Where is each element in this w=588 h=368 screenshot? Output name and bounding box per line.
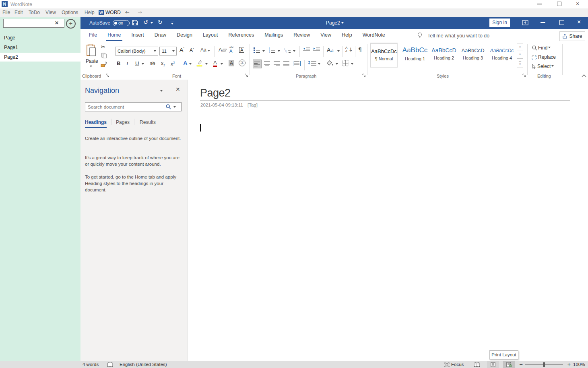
menu-options[interactable]: Options	[62, 10, 78, 15]
multilevel-list-icon[interactable]: 1ai	[284, 47, 291, 53]
tab-help[interactable]: Help	[336, 30, 357, 41]
show-hide-pilcrow-icon[interactable]: ¶	[358, 46, 362, 53]
customize-qat-icon[interactable]	[171, 21, 174, 21]
increase-indent-icon[interactable]	[313, 47, 320, 53]
font-color-icon[interactable]: A	[213, 60, 217, 67]
italic-button[interactable]: I	[126, 60, 128, 67]
menu-todo[interactable]: ToDo	[29, 10, 40, 15]
focus-button[interactable]: Focus	[451, 362, 464, 367]
paste-dropdown-icon[interactable]	[90, 66, 92, 68]
change-case-dropdown-icon[interactable]	[208, 50, 210, 53]
menu-help[interactable]: Help	[85, 10, 95, 15]
style-normal[interactable]: AaBbCcDc ¶ Normal	[371, 43, 397, 67]
tab-home[interactable]: Home	[102, 30, 126, 41]
line-spacing-icon[interactable]: ↕	[307, 60, 311, 66]
zoom-level[interactable]: 100%	[573, 362, 585, 367]
font-color-dropdown-icon[interactable]	[221, 63, 223, 66]
web-layout-button-active[interactable]	[503, 361, 515, 368]
styles-dialog-launcher-icon[interactable]	[522, 74, 526, 77]
navigation-close-icon[interactable]: ✕	[175, 86, 180, 93]
tab-wordnote[interactable]: WordNote	[357, 30, 390, 41]
superscript-button[interactable]: x2	[171, 61, 175, 67]
character-border-icon[interactable]: A	[239, 47, 244, 53]
highlight-dropdown-icon[interactable]	[205, 63, 208, 66]
navigation-options-icon[interactable]	[160, 90, 163, 93]
app-close-button[interactable]: ×	[576, 1, 579, 6]
app-minimize-button[interactable]	[537, 4, 542, 4]
styles-scroll-down-icon[interactable]: ˅	[517, 51, 523, 59]
menu-file[interactable]: File	[2, 10, 10, 15]
menu-edit[interactable]: Edit	[14, 10, 23, 15]
line-spacing-dropdown-icon[interactable]	[318, 63, 320, 66]
tab-draw[interactable]: Draw	[149, 30, 171, 41]
find-button[interactable]: Find	[532, 45, 551, 51]
numbering-icon[interactable]: 123	[269, 47, 276, 53]
undo-icon[interactable]: ↺	[143, 19, 148, 25]
numbering-dropdown-icon[interactable]	[278, 50, 280, 53]
nav-tab-results[interactable]: Results	[140, 119, 156, 125]
document-tag[interactable]: [Tag]	[248, 103, 258, 107]
distributed-button[interactable]	[293, 60, 301, 66]
phonetic-guide-icon[interactable]: abcA	[229, 46, 234, 53]
sign-in-button[interactable]: Sign in	[489, 19, 510, 27]
bold-button[interactable]: B	[117, 60, 120, 66]
asian-layout-icon[interactable]: A⇄	[327, 47, 334, 53]
tell-me-box[interactable]: Tell me what you want to do	[427, 33, 489, 39]
zoom-slider-thumb[interactable]	[543, 362, 545, 367]
borders-icon[interactable]	[342, 60, 349, 66]
bullets-icon[interactable]	[254, 47, 260, 53]
ribbon-display-options-icon[interactable]	[522, 20, 528, 25]
document-heading[interactable]: Page2	[200, 87, 231, 99]
sidebar-page-item[interactable]: Page1	[0, 43, 82, 52]
replace-button[interactable]: cb Replace	[531, 54, 556, 60]
shading-dropdown-icon[interactable]	[336, 63, 338, 66]
nav-search-dropdown-icon[interactable]	[173, 106, 176, 109]
paste-button[interactable]: Paste	[86, 58, 98, 64]
nav-search-icon[interactable]	[166, 104, 171, 109]
align-right-button[interactable]	[274, 61, 280, 66]
word-minimize-button[interactable]	[541, 22, 545, 23]
decrease-indent-icon[interactable]	[303, 47, 310, 53]
borders-dropdown-icon[interactable]	[351, 63, 353, 66]
print-layout-button[interactable]	[487, 361, 499, 368]
zoom-in-button[interactable]: +	[567, 362, 571, 367]
style-heading2[interactable]: AaBbCcD Heading 2	[431, 43, 457, 66]
clear-formatting-icon[interactable]: A	[219, 47, 226, 53]
document-canvas[interactable]: Page2 2021-05-04 09:13:11 [Tag]	[188, 80, 588, 361]
share-button[interactable]: Share	[559, 31, 585, 41]
sidebar-page-item-selected[interactable]: Page2	[0, 53, 82, 62]
style-heading3[interactable]: AaBbCcD Heading 3	[460, 43, 486, 66]
clipboard-dialog-launcher-icon[interactable]	[106, 74, 109, 77]
document-title[interactable]: Page2	[326, 20, 340, 26]
grow-font-icon[interactable]: Aˆ	[179, 47, 184, 53]
tab-references[interactable]: References	[223, 30, 259, 41]
nav-tab-headings[interactable]: Headings	[85, 119, 107, 128]
style-heading4[interactable]: AaBbCcDc Heading 4	[489, 43, 515, 66]
word-tab[interactable]: WORD	[105, 10, 121, 15]
sort-icon[interactable]: AZ	[345, 46, 347, 53]
styles-scroll-up-icon[interactable]: ˄	[517, 43, 523, 51]
collapse-ribbon-icon[interactable]	[582, 74, 586, 77]
underline-button[interactable]: U	[135, 60, 139, 66]
subscript-button[interactable]: x2	[161, 61, 165, 67]
select-button[interactable]: Select	[532, 64, 554, 69]
justify-button[interactable]	[283, 61, 289, 66]
shrink-font-icon[interactable]: Aˇ	[190, 47, 194, 53]
proofing-book-icon[interactable]	[107, 362, 113, 367]
asian-layout-dropdown-icon[interactable]	[337, 50, 340, 53]
clear-search-icon[interactable]: ✕	[55, 20, 59, 26]
copy-icon[interactable]	[101, 53, 107, 58]
autosave-toggle[interactable]: Off	[113, 20, 130, 26]
style-heading1[interactable]: AaBbCc Heading 1	[402, 43, 428, 66]
cut-icon[interactable]: ✂	[101, 44, 105, 50]
tab-review[interactable]: Review	[288, 30, 315, 41]
font-family-select[interactable]: Calibri (Body)	[115, 47, 158, 56]
enclose-characters-icon[interactable]: 字	[239, 60, 246, 66]
word-close-button[interactable]: ×	[577, 19, 581, 26]
shading-icon[interactable]	[326, 60, 334, 67]
title-dropdown-icon[interactable]	[341, 22, 344, 25]
font-size-select[interactable]: 11	[159, 47, 177, 56]
bullets-dropdown-icon[interactable]	[262, 50, 265, 53]
strikethrough-button[interactable]: ab	[150, 61, 155, 66]
undo-dropdown-icon[interactable]	[151, 22, 153, 25]
